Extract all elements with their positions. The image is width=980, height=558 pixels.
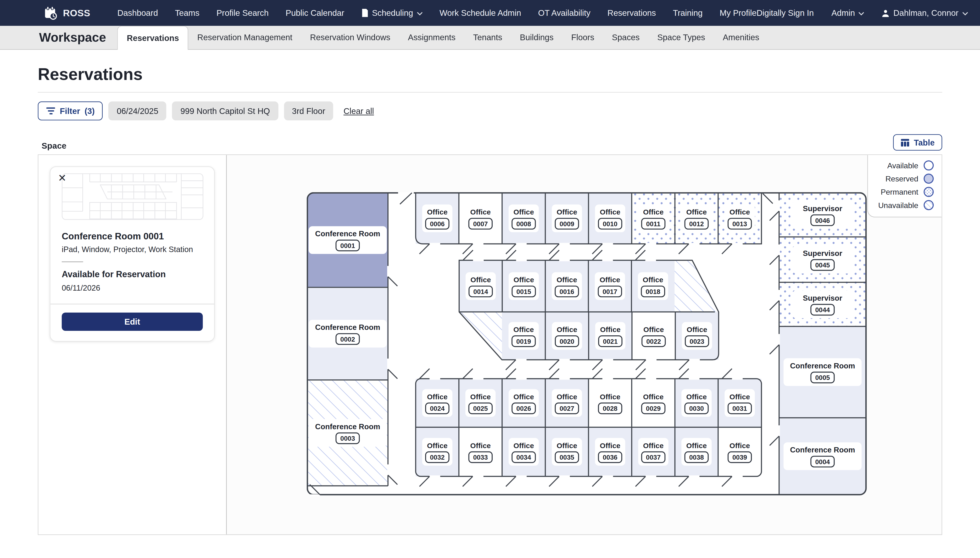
space-status-heading: Available for Reservation — [62, 270, 203, 279]
nav-items-right: Digitally Sign InAdminDahlman, Connor — [756, 8, 968, 18]
chevron-down-icon — [859, 12, 864, 16]
tab-reservation-management[interactable]: Reservation Management — [188, 26, 301, 49]
room-0035[interactable] — [545, 427, 589, 476]
nav-item-public-calendar[interactable]: Public Calendar — [286, 8, 344, 18]
room-0006[interactable] — [416, 193, 459, 244]
room-0028[interactable] — [589, 379, 632, 427]
tab-floors[interactable]: Floors — [563, 26, 603, 49]
legend-swatch-reserved — [923, 173, 934, 184]
room-0016[interactable] — [545, 260, 588, 312]
legend-item-available: Available — [878, 160, 934, 171]
nav-item-dashboard[interactable]: Dashboard — [117, 8, 158, 18]
room-0030[interactable] — [675, 379, 718, 427]
nav-item-teams[interactable]: Teams — [175, 8, 199, 18]
room-0029[interactable] — [632, 379, 675, 427]
workspace-tabs: ReservationsReservation ManagementReserv… — [118, 26, 768, 49]
calendar-clock-icon — [44, 6, 58, 20]
thumbnail-drawing — [54, 171, 210, 222]
room-0044[interactable] — [779, 282, 866, 326]
room-0017[interactable] — [588, 260, 632, 312]
room-0004[interactable] — [779, 418, 866, 494]
nav-item-scheduling[interactable]: Scheduling — [361, 8, 422, 18]
room-0037[interactable] — [632, 427, 675, 476]
room-0011[interactable] — [632, 193, 675, 244]
filter-row: Filter (3) 06/24/2025999 North Capitol S… — [38, 102, 942, 120]
room-0002[interactable] — [308, 287, 388, 380]
room-0008[interactable] — [502, 193, 545, 244]
room-0032[interactable] — [416, 427, 459, 476]
nav-item-label: Profile Search — [216, 8, 269, 18]
room-0023[interactable] — [675, 312, 718, 360]
filter-chip-06-24-2025[interactable]: 06/24/2025 — [109, 102, 167, 120]
room-0019[interactable] — [502, 312, 545, 360]
space-detail-body: Conference Room 0001 iPad, Window, Proje… — [51, 222, 214, 294]
nav-item-label: My Profile — [720, 8, 756, 18]
room-0039[interactable] — [718, 427, 761, 476]
room-0010[interactable] — [589, 193, 632, 244]
legend-label: Available — [887, 161, 918, 170]
status-legend: AvailableReservedPermanentUnavailable — [867, 155, 942, 218]
room-0026[interactable] — [502, 379, 545, 427]
room-0013[interactable] — [718, 193, 761, 244]
nav-item-my-profile[interactable]: My Profile — [720, 8, 756, 18]
room-0033[interactable] — [459, 427, 502, 476]
person-icon — [882, 9, 890, 17]
space-title: Conference Room 0001 — [62, 231, 203, 241]
room-0012[interactable] — [675, 193, 718, 244]
space-amenities: iPad, Window, Projector, Work Station — [62, 245, 203, 254]
room-0018[interactable] — [632, 260, 674, 312]
table-view-button[interactable]: Table — [893, 134, 942, 151]
nav-item-reservations[interactable]: Reservations — [607, 8, 656, 18]
room-0009[interactable] — [545, 193, 589, 244]
room-0001[interactable] — [308, 193, 388, 287]
chevron-down-icon — [962, 12, 968, 16]
brand-logo[interactable]: ROSS — [44, 6, 90, 20]
nav-item-digitally-sign-in[interactable]: Digitally Sign In — [756, 8, 814, 18]
room-0020[interactable] — [545, 312, 589, 360]
table-button-label: Table — [914, 138, 935, 147]
tab-reservation-windows[interactable]: Reservation Windows — [301, 26, 399, 49]
room-0034[interactable] — [502, 427, 545, 476]
nav-item-training[interactable]: Training — [673, 8, 703, 18]
nav-item-label: OT Availability — [538, 8, 591, 18]
filter-icon — [46, 107, 55, 115]
edit-button[interactable]: Edit — [62, 313, 203, 331]
tab-amenities[interactable]: Amenities — [714, 26, 768, 49]
room-0022[interactable] — [632, 312, 675, 360]
space-status-date: 06/11/2026 — [62, 284, 203, 292]
room-0036[interactable] — [589, 427, 632, 476]
legend-label: Unavailable — [878, 200, 918, 210]
filter-chip-999-north-capitol-st-hq[interactable]: 999 North Capitol St HQ — [172, 102, 278, 120]
close-icon[interactable]: ✕ — [58, 173, 66, 183]
nav-item-ot-availability[interactable]: OT Availability — [538, 8, 591, 18]
filter-chip-3rd-floor[interactable]: 3rd Floor — [284, 102, 333, 120]
filter-button[interactable]: Filter (3) — [38, 102, 103, 120]
room-0046[interactable] — [779, 193, 866, 237]
tab-buildings[interactable]: Buildings — [511, 26, 563, 49]
nav-item-dahlman-connor[interactable]: Dahlman, Connor — [882, 8, 968, 18]
tab-reservations[interactable]: Reservations — [118, 26, 188, 50]
room-0027[interactable] — [545, 379, 589, 427]
tab-spaces[interactable]: Spaces — [603, 26, 649, 49]
room-0045[interactable] — [779, 237, 866, 282]
room-0031[interactable] — [718, 379, 761, 427]
room-0024[interactable] — [416, 379, 459, 427]
room-0005[interactable] — [779, 327, 866, 418]
chevron-down-icon — [417, 12, 422, 16]
tab-tenants[interactable]: Tenants — [465, 26, 511, 49]
nav-item-admin[interactable]: Admin — [831, 8, 864, 18]
nav-item-work-schedule-admin[interactable]: Work Schedule Admin — [440, 8, 521, 18]
room-0021[interactable] — [589, 312, 632, 360]
nav-item-profile-search[interactable]: Profile Search — [216, 8, 269, 18]
nav-item-label: Work Schedule Admin — [440, 8, 521, 18]
workspace-tabbar: Workspace ReservationsReservation Manage… — [0, 26, 980, 50]
tab-assignments[interactable]: Assignments — [399, 26, 464, 49]
room-0038[interactable] — [675, 427, 718, 476]
room-0007[interactable] — [459, 193, 502, 244]
tab-space-types[interactable]: Space Types — [648, 26, 714, 49]
clear-all-link[interactable]: Clear all — [344, 106, 374, 116]
room-0015[interactable] — [502, 260, 545, 312]
room-0003[interactable] — [308, 380, 388, 486]
room-0025[interactable] — [459, 379, 502, 427]
room-0014[interactable] — [459, 260, 502, 312]
